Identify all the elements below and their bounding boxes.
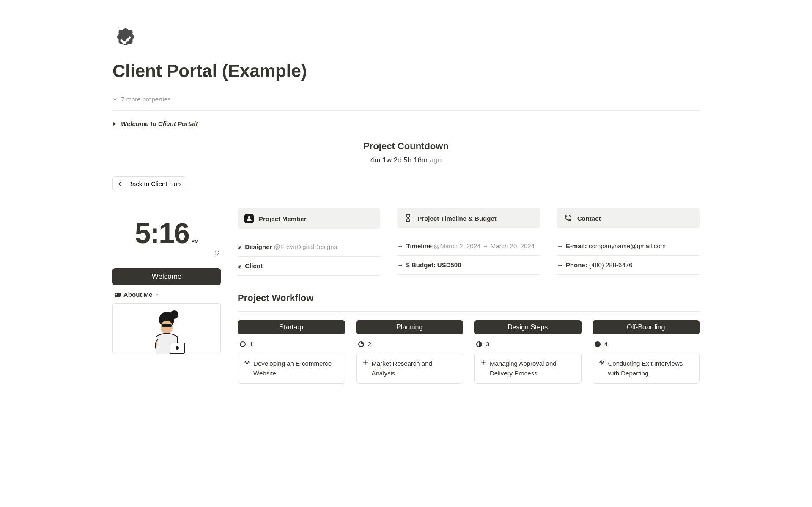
- contact-title: Contact: [577, 215, 601, 222]
- page-title: Client Portal (Example): [112, 61, 700, 81]
- stage-header: Off-Boarding: [593, 320, 700, 334]
- budget-row: → $ Budget: USD500: [397, 256, 540, 275]
- designer-row: ◉ Designer @FreyaDigitalDesigns: [238, 238, 380, 257]
- svg-point-11: [248, 216, 250, 219]
- circle-empty-icon: [239, 341, 246, 348]
- sparkle-icon: [480, 360, 486, 366]
- chevron-down-icon: [112, 97, 118, 102]
- triangle-right-icon: [112, 122, 117, 126]
- countdown-value: 4m 1w 2d 5h 16m ago: [112, 156, 700, 164]
- stage-status: 2: [356, 340, 464, 348]
- phone-icon: [564, 214, 572, 222]
- svg-point-12: [240, 342, 245, 347]
- stage-header: Start-up: [238, 320, 345, 334]
- more-properties-label: 7 more properties: [121, 96, 171, 103]
- stage-offboarding: Off-Boarding 4 Conducting Exit Interview…: [593, 320, 700, 384]
- svg-rect-3: [118, 295, 120, 295]
- stage-status: 3: [474, 340, 582, 348]
- back-button[interactable]: Back to Client Hub: [112, 176, 186, 191]
- sparkle-icon: [362, 360, 368, 366]
- stage-header: Planning: [356, 320, 464, 334]
- contact-card: Contact → E-mail: companyname@gmail.com …: [557, 208, 700, 276]
- stage-status: 1: [238, 340, 345, 348]
- avatar-card: [112, 303, 221, 354]
- svg-point-15: [595, 341, 601, 347]
- clock-widget: 5:16PM 12: [112, 208, 221, 256]
- page-icon: [112, 27, 700, 53]
- email-row: → E-mail: companyname@gmail.com: [557, 237, 700, 256]
- timeline-budget-card: Project Timeline & Budget → Timeline @Ma…: [397, 208, 540, 276]
- workflow-title: Project Workflow: [238, 293, 700, 304]
- sparkle-icon: [244, 360, 250, 366]
- hourglass-icon: [404, 214, 412, 222]
- divider: [238, 311, 700, 312]
- more-properties-toggle[interactable]: 7 more properties: [112, 93, 700, 105]
- arrow-left-icon: [118, 181, 125, 187]
- stage-card[interactable]: Conducting Exit Interviews with Departin…: [593, 354, 700, 384]
- svg-point-1: [116, 293, 117, 295]
- member-title: Project Member: [259, 215, 307, 222]
- timeline-row: → Timeline @March 2, 2024 → March 20, 20…: [397, 237, 540, 256]
- stage-planning: Planning 2 Market Research and Analysis: [356, 320, 464, 384]
- circle-full-icon: [594, 341, 601, 348]
- project-member-card: Project Member ◉ Designer @FreyaDigitalD…: [238, 208, 380, 276]
- countdown-title: Project Countdown: [112, 141, 700, 152]
- stage-startup: Start-up 1 Developing an E-commerce Webs…: [238, 320, 345, 384]
- circle-half-icon: [476, 341, 483, 348]
- avatar-illustration: [137, 307, 196, 354]
- client-row: ◉ Client: [238, 257, 380, 276]
- phone-row: → Phone: (480) 288-6476: [557, 256, 700, 275]
- stage-status: 4: [593, 340, 700, 348]
- sparkle-icon: [599, 360, 605, 366]
- timeline-title: Project Timeline & Budget: [417, 215, 496, 222]
- person-icon: [244, 214, 254, 223]
- about-me-label: About Me: [123, 291, 152, 298]
- divider: [112, 110, 700, 111]
- stage-card[interactable]: Market Research and Analysis: [356, 354, 464, 384]
- circle-quarter-icon: [358, 341, 365, 348]
- chevron-down-icon: [155, 293, 159, 297]
- svg-point-9: [176, 346, 179, 350]
- svg-rect-7: [162, 324, 172, 327]
- back-button-label: Back to Client Hub: [128, 180, 181, 187]
- id-card-icon: [114, 291, 121, 298]
- svg-rect-2: [118, 294, 120, 294]
- stage-card[interactable]: Managing Approval and Delivery Process: [474, 354, 582, 384]
- stage-header: Design Steps: [474, 320, 582, 334]
- welcome-toggle-label: Welcome to Client Portal!: [121, 120, 198, 127]
- about-me-toggle[interactable]: About Me: [112, 291, 221, 298]
- svg-point-5: [170, 310, 178, 319]
- welcome-toggle[interactable]: Welcome to Client Portal!: [112, 118, 700, 129]
- stage-card[interactable]: Developing an E-commerce Website: [238, 354, 345, 384]
- welcome-header: Welcome: [112, 268, 221, 285]
- stage-design: Design Steps 3 Managing Approval and Del…: [474, 320, 582, 384]
